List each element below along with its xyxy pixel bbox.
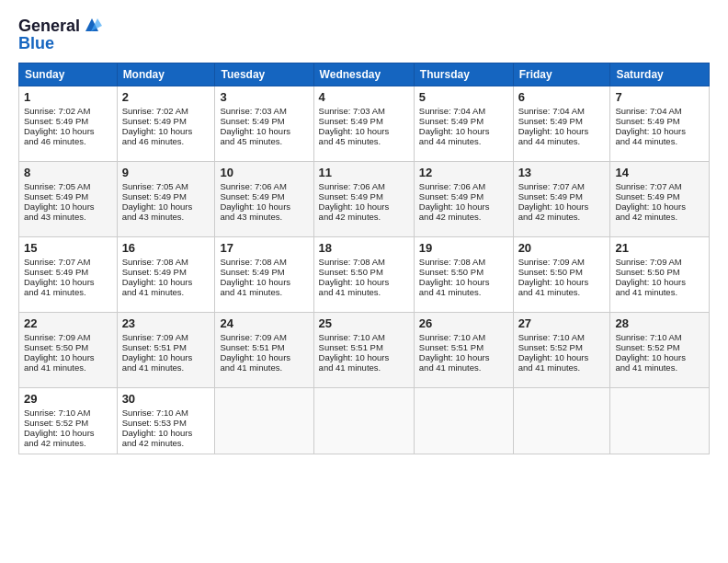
sunrise-line: Sunrise: 7:09 AM [518, 257, 606, 267]
calendar-cell: 9Sunrise: 7:05 AMSunset: 5:49 PMDaylight… [117, 162, 215, 237]
sunset-line: Sunset: 5:49 PM [615, 191, 704, 201]
calendar-day-header: Friday [513, 63, 610, 86]
daylight-minutes-line: and 45 minutes. [220, 136, 308, 146]
calendar-cell: 30Sunrise: 7:10 AMSunset: 5:53 PMDayligh… [117, 388, 215, 454]
daylight-line: Daylight: 10 hours [419, 277, 508, 287]
sunrise-line: Sunrise: 7:03 AM [220, 106, 308, 116]
sunset-line: Sunset: 5:52 PM [24, 418, 112, 428]
sunrise-line: Sunrise: 7:05 AM [24, 181, 112, 191]
daylight-line: Daylight: 10 hours [24, 428, 112, 438]
sunset-line: Sunset: 5:49 PM [419, 191, 508, 201]
sunset-line: Sunset: 5:49 PM [319, 116, 409, 126]
day-number: 26 [419, 316, 508, 330]
sunset-line: Sunset: 5:49 PM [24, 267, 112, 277]
daylight-minutes-line: and 45 minutes. [319, 136, 409, 146]
calendar-cell: 2Sunrise: 7:02 AMSunset: 5:49 PMDaylight… [117, 86, 215, 162]
sunset-line: Sunset: 5:49 PM [220, 191, 308, 201]
calendar-cell [313, 388, 414, 454]
logo-blue: Blue [18, 34, 102, 53]
sunrise-line: Sunrise: 7:08 AM [319, 257, 409, 267]
daylight-minutes-line: and 43 minutes. [24, 212, 112, 222]
daylight-minutes-line: and 41 minutes. [615, 287, 704, 297]
calendar-day-header: Thursday [414, 63, 513, 86]
calendar-cell [610, 388, 710, 454]
calendar-cell: 29Sunrise: 7:10 AMSunset: 5:52 PMDayligh… [19, 388, 118, 454]
daylight-line: Daylight: 10 hours [220, 201, 308, 212]
sunrise-line: Sunrise: 7:08 AM [419, 257, 508, 267]
sunrise-line: Sunrise: 7:04 AM [419, 106, 508, 116]
calendar-cell: 15Sunrise: 7:07 AMSunset: 5:49 PMDayligh… [19, 237, 118, 313]
daylight-minutes-line: and 41 minutes. [518, 287, 606, 297]
sunset-line: Sunset: 5:51 PM [319, 342, 409, 352]
day-number: 28 [615, 316, 704, 330]
sunrise-line: Sunrise: 7:10 AM [518, 332, 606, 342]
daylight-line: Daylight: 10 hours [615, 277, 704, 287]
day-number: 9 [122, 166, 210, 179]
daylight-line: Daylight: 10 hours [122, 201, 210, 212]
calendar-cell: 28Sunrise: 7:10 AMSunset: 5:52 PMDayligh… [610, 313, 710, 388]
day-number: 27 [518, 316, 606, 330]
sunset-line: Sunset: 5:52 PM [615, 342, 704, 352]
calendar-cell: 4Sunrise: 7:03 AMSunset: 5:49 PMDaylight… [313, 86, 414, 162]
calendar-week-row: 1Sunrise: 7:02 AMSunset: 5:49 PMDaylight… [19, 86, 710, 162]
sunrise-line: Sunrise: 7:07 AM [518, 181, 606, 191]
calendar-cell: 12Sunrise: 7:06 AMSunset: 5:49 PMDayligh… [414, 162, 513, 237]
calendar-week-row: 22Sunrise: 7:09 AMSunset: 5:50 PMDayligh… [19, 313, 710, 388]
daylight-line: Daylight: 10 hours [24, 277, 112, 287]
daylight-minutes-line: and 41 minutes. [220, 362, 308, 373]
day-number: 15 [24, 241, 112, 255]
sunset-line: Sunset: 5:49 PM [220, 267, 308, 277]
calendar-cell: 7Sunrise: 7:04 AMSunset: 5:49 PMDaylight… [610, 86, 710, 162]
day-number: 13 [518, 166, 606, 179]
sunset-line: Sunset: 5:49 PM [122, 267, 210, 277]
daylight-minutes-line: and 46 minutes. [122, 136, 210, 146]
sunrise-line: Sunrise: 7:02 AM [122, 106, 210, 116]
daylight-minutes-line: and 42 minutes. [24, 438, 112, 448]
day-number: 23 [122, 316, 210, 330]
daylight-minutes-line: and 43 minutes. [220, 212, 308, 222]
daylight-line: Daylight: 10 hours [615, 352, 704, 362]
calendar-header-row: SundayMondayTuesdayWednesdayThursdayFrid… [19, 63, 710, 86]
day-number: 25 [319, 316, 409, 330]
sunset-line: Sunset: 5:49 PM [518, 191, 606, 201]
sunset-line: Sunset: 5:49 PM [220, 116, 308, 126]
calendar-cell: 5Sunrise: 7:04 AMSunset: 5:49 PMDaylight… [414, 86, 513, 162]
calendar-cell [513, 388, 610, 454]
daylight-minutes-line: and 42 minutes. [419, 212, 508, 222]
sunrise-line: Sunrise: 7:09 AM [220, 332, 308, 342]
daylight-line: Daylight: 10 hours [518, 201, 606, 212]
daylight-line: Daylight: 10 hours [220, 352, 308, 362]
calendar-cell: 17Sunrise: 7:08 AMSunset: 5:49 PMDayligh… [215, 237, 313, 313]
sunset-line: Sunset: 5:49 PM [518, 116, 606, 126]
calendar-cell: 24Sunrise: 7:09 AMSunset: 5:51 PMDayligh… [215, 313, 313, 388]
calendar-cell: 8Sunrise: 7:05 AMSunset: 5:49 PMDaylight… [19, 162, 118, 237]
day-number: 24 [220, 316, 308, 330]
day-number: 16 [122, 241, 210, 255]
daylight-minutes-line: and 41 minutes. [220, 287, 308, 297]
daylight-minutes-line: and 41 minutes. [419, 287, 508, 297]
daylight-minutes-line: and 42 minutes. [615, 212, 704, 222]
daylight-line: Daylight: 10 hours [220, 126, 308, 136]
logo-icon [82, 17, 102, 33]
calendar-cell: 26Sunrise: 7:10 AMSunset: 5:51 PMDayligh… [414, 313, 513, 388]
sunrise-line: Sunrise: 7:03 AM [319, 106, 409, 116]
day-number: 1 [24, 90, 112, 104]
sunset-line: Sunset: 5:53 PM [122, 418, 210, 428]
calendar-day-header: Monday [117, 63, 215, 86]
daylight-line: Daylight: 10 hours [24, 201, 112, 212]
daylight-line: Daylight: 10 hours [419, 352, 508, 362]
calendar-cell: 3Sunrise: 7:03 AMSunset: 5:49 PMDaylight… [215, 86, 313, 162]
daylight-minutes-line: and 41 minutes. [419, 362, 508, 373]
daylight-minutes-line: and 42 minutes. [122, 438, 210, 448]
day-number: 19 [419, 241, 508, 255]
daylight-line: Daylight: 10 hours [518, 277, 606, 287]
daylight-line: Daylight: 10 hours [24, 352, 112, 362]
sunset-line: Sunset: 5:52 PM [518, 342, 606, 352]
calendar-cell: 18Sunrise: 7:08 AMSunset: 5:50 PMDayligh… [313, 237, 414, 313]
sunset-line: Sunset: 5:51 PM [220, 342, 308, 352]
sunset-line: Sunset: 5:49 PM [319, 191, 409, 201]
sunset-line: Sunset: 5:50 PM [419, 267, 508, 277]
sunrise-line: Sunrise: 7:08 AM [220, 257, 308, 267]
daylight-line: Daylight: 10 hours [518, 352, 606, 362]
day-number: 12 [419, 166, 508, 179]
